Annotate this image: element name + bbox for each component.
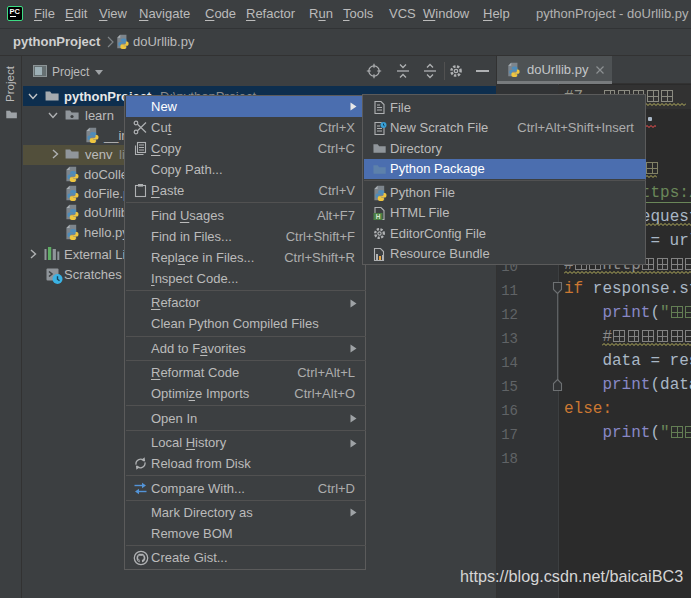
svg-text:H: H [376,213,381,220]
